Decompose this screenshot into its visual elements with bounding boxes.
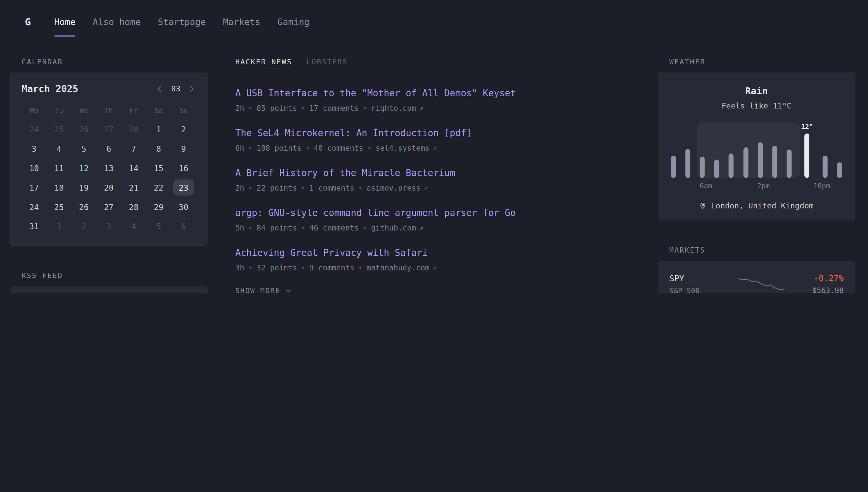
news-item-points: 32 points xyxy=(256,264,297,272)
markets-card: SPY S&P 500 -0.27% $563.98 xyxy=(658,261,856,293)
weather-time-label: 10pm xyxy=(814,182,831,190)
calendar-day: 25 xyxy=(48,121,70,138)
weather-bar-shape xyxy=(787,150,792,178)
news-item-title[interactable]: The SeL4 Microkernel: An Introduction [p… xyxy=(235,127,630,140)
news-item-title[interactable]: A USB Interface to the "Mother of All De… xyxy=(235,87,630,100)
weather-bar-shape xyxy=(700,157,705,178)
news-item: A Brief History of the Miracle Bacterium… xyxy=(235,167,630,192)
external-link-icon xyxy=(433,264,437,272)
news-tab[interactable]: LOBSTERS xyxy=(307,58,348,69)
weather-bar-shape xyxy=(671,156,676,178)
news-item-points: 108 points xyxy=(256,144,301,152)
calendar-weekday: Th xyxy=(96,106,121,115)
news-item-comments[interactable]: 17 comments xyxy=(310,103,359,113)
weather-bar-shape xyxy=(822,156,827,178)
news-item-age: 3h xyxy=(235,264,244,272)
weather-bar-shape xyxy=(772,146,777,178)
weather-hour-bar xyxy=(787,122,792,178)
news-item-domain[interactable]: sel4.systems xyxy=(376,144,430,152)
calendar-day: 8 xyxy=(148,141,169,157)
weather-bar-shape xyxy=(743,147,748,178)
calendar-day: 15 xyxy=(148,160,169,176)
left-column: CALENDAR March 2025 03 xyxy=(10,58,208,293)
market-name: S&P 500 xyxy=(669,286,735,293)
bullet-separator xyxy=(301,184,306,193)
news-item-comments[interactable]: 9 comments xyxy=(310,264,354,272)
calendar-day: 12 xyxy=(74,160,95,176)
news-item-age: 6h xyxy=(235,144,244,152)
calendar-day: 31 xyxy=(23,218,45,235)
bullet-separator xyxy=(358,184,363,193)
bullet-separator xyxy=(301,103,306,113)
nav-item[interactable]: Markets xyxy=(223,0,260,43)
calendar-weekday: Fr xyxy=(121,106,146,115)
calendar-day: 4 xyxy=(48,141,70,157)
bullet-separator xyxy=(248,264,253,272)
calendar-day: 30 xyxy=(173,199,194,215)
calendar-weekday: Mo xyxy=(22,106,47,115)
weather-location-text: London, United Kingdom xyxy=(711,201,814,210)
calendar-day: 28 xyxy=(123,121,144,138)
chevron-right-icon xyxy=(187,84,196,93)
news-item-domain[interactable]: github.com xyxy=(371,224,416,232)
weather-hour-bar xyxy=(700,122,705,178)
news-item-age: 5h xyxy=(235,224,244,232)
market-price: $563.98 xyxy=(812,286,844,293)
app-logo[interactable]: G xyxy=(25,16,31,27)
news-item-comments[interactable]: 40 comments xyxy=(314,144,363,152)
news-item-age: 2h xyxy=(235,103,244,113)
market-sparkline xyxy=(735,277,812,291)
nav-item-label: Startpage xyxy=(158,17,206,27)
news-item-title[interactable]: Achieving Great Privacy with Safari xyxy=(235,247,630,260)
dashboard: G Home Also home Startpage Markets xyxy=(0,0,868,293)
weather-time-axis: 6am 2pm 10pm xyxy=(669,182,844,190)
calendar-day: 14 xyxy=(123,160,144,176)
calendar-next-button[interactable] xyxy=(187,84,196,93)
weather-card: Rain Feels like 11°C xyxy=(658,73,856,221)
calendar-day: 24 xyxy=(23,199,45,215)
nav-item-label: Also home xyxy=(93,17,141,27)
calendar-month-title: March 2025 xyxy=(22,83,78,94)
nav-item[interactable]: Startpage xyxy=(158,0,206,43)
nav-item[interactable]: Also home xyxy=(93,0,141,43)
weather-hour-bar xyxy=(758,122,763,178)
calendar-day: 3 xyxy=(98,218,119,235)
nav-item[interactable]: Gaming xyxy=(278,0,310,43)
news-item-title[interactable]: A Brief History of the Miracle Bacterium xyxy=(235,167,630,180)
calendar-day: 9 xyxy=(173,141,194,157)
calendar-weekday: Su xyxy=(171,106,196,115)
weather-bar-shape xyxy=(714,159,719,178)
calendar-day: 10 xyxy=(23,160,45,176)
weather-hour-bar xyxy=(822,122,827,178)
news-show-more-button[interactable]: SHOW MORE xyxy=(235,287,292,293)
market-row[interactable]: SPY S&P 500 -0.27% $563.98 xyxy=(669,264,844,293)
news-item-title[interactable]: argp: GNU-style command line argument pa… xyxy=(235,207,630,220)
news-tab[interactable]: HACKER NEWS xyxy=(235,58,292,69)
weather-hourly-chart: 12° xyxy=(669,122,844,178)
top-nav: G Home Also home Startpage Markets xyxy=(0,0,868,43)
news-item-meta: 5h 84 points 46 comments github.com xyxy=(235,224,630,232)
nav-item[interactable]: Home xyxy=(54,0,76,43)
weather-widget: WEATHER Rain Feels like 11°C xyxy=(658,58,856,221)
calendar-weekday: Tu xyxy=(47,106,72,115)
news-item-meta: 2h 85 points 17 comments righto.com xyxy=(235,103,630,113)
weather-bar-shape xyxy=(758,143,763,178)
calendar-day: 5 xyxy=(74,141,95,157)
calendar-day: 28 xyxy=(123,199,144,215)
news-widget: HACKER NEWS LOBSTERS A USB Interface to … xyxy=(224,58,642,293)
news-item-domain[interactable]: righto.com xyxy=(371,103,416,113)
news-item-domain[interactable]: matanabudy.com xyxy=(366,264,429,272)
weather-hour-bar xyxy=(671,122,676,178)
calendar-day: 2 xyxy=(74,218,95,235)
bullet-separator xyxy=(248,103,253,113)
weather-hour-bar xyxy=(743,122,748,178)
news-item-comments[interactable]: 1 comments xyxy=(310,184,354,193)
calendar-prev-button[interactable] xyxy=(156,84,164,93)
news-item-comments[interactable]: 46 comments xyxy=(310,224,359,232)
calendar-day: 1 xyxy=(148,121,169,138)
right-column: WEATHER Rain Feels like 11°C xyxy=(658,58,856,293)
news-item-domain[interactable]: asimov.press xyxy=(366,184,420,193)
calendar-day: 27 xyxy=(98,121,119,138)
weather-hour-bar xyxy=(729,122,734,178)
weather-hour-bar xyxy=(772,122,777,178)
